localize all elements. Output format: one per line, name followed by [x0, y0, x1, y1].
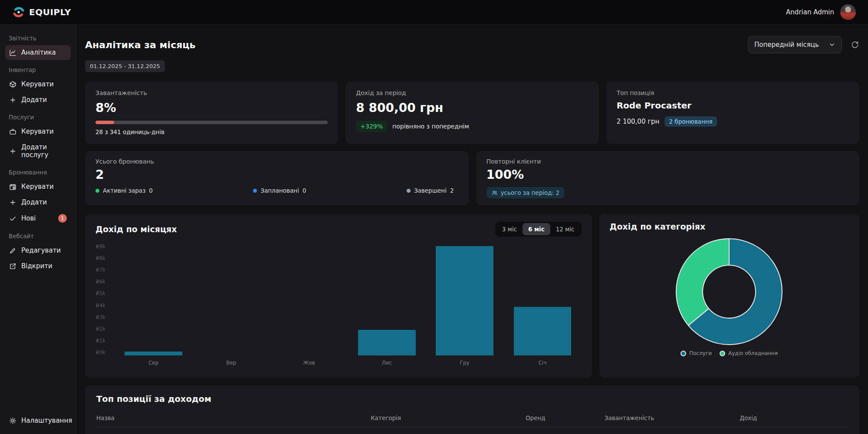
user-menu[interactable]: Andrian Admin	[786, 4, 856, 20]
sidebar-item-bookings-manage[interactable]: Керувати	[5, 179, 71, 194]
sidebar-item-inventory-add[interactable]: Додати	[5, 92, 71, 107]
bar-dec[interactable]	[436, 246, 493, 355]
legend-label: Завершені	[414, 187, 447, 194]
utilization-sub: 28 з 341 одиниць-днів	[95, 128, 328, 135]
sidebar-item-analytics[interactable]: Аналітика	[5, 45, 71, 60]
legend-audio-equipment: Аудіо обладнання	[720, 350, 778, 356]
donut-legend: Послуги Аудіо обладнання	[610, 350, 849, 356]
sidebar-item-label: Нові	[21, 214, 36, 222]
teal-dot-icon	[681, 351, 686, 356]
range-tabs: 3 міс 6 міс 12 міс	[495, 222, 582, 237]
sidebar-section-bookings: Бронювання	[9, 169, 67, 176]
sidebar-item-settings[interactable]: Налаштування	[5, 413, 71, 428]
topbar: EQUIPLY Andrian Admin	[0, 0, 868, 25]
sidebar-item-label: Редагувати	[21, 247, 61, 254]
top-item-bookings-badge: 2 бронювання	[664, 116, 717, 127]
sidebar-item-label: Керувати	[21, 80, 54, 88]
repeat-clients-badge: усього за період: 2	[487, 187, 565, 198]
utilization-progress	[95, 121, 328, 124]
legend-label: Послуги	[689, 350, 712, 356]
card-label: Повторні клієнти	[487, 158, 849, 165]
item-rents: 2	[526, 427, 605, 434]
new-bookings-badge: 1	[58, 214, 67, 223]
refresh-button[interactable]	[851, 40, 859, 49]
avatar[interactable]	[840, 4, 856, 20]
donut-chart	[675, 237, 783, 346]
people-icon	[491, 190, 498, 196]
user-name: Andrian Admin	[786, 8, 834, 16]
external-link-icon	[9, 263, 16, 270]
bookings-legend-finished: Завершені 2	[407, 187, 454, 194]
blue-dot-icon	[253, 189, 257, 193]
sidebar-item-bookings-add[interactable]: Додати	[5, 195, 71, 210]
legend-label: Аудіо обладнання	[728, 350, 778, 356]
briefcase-icon	[9, 128, 16, 135]
sidebar-item-website-open[interactable]: Відкрити	[5, 259, 71, 273]
sidebar-item-label: Додати	[21, 96, 47, 104]
top-item-price: 2 100,00 грн	[617, 118, 660, 125]
item-category: Аудіо обладнання	[371, 427, 526, 434]
plus-icon	[9, 199, 16, 206]
sidebar-item-label: Додати послугу	[21, 143, 67, 159]
legend-services: Послуги	[681, 350, 712, 356]
sidebar-item-label: Керувати	[21, 183, 54, 191]
period-select[interactable]: Попередній місяць	[748, 36, 842, 53]
revenue-value: 8 800,00 грн	[356, 101, 588, 115]
sidebar-item-services-add[interactable]: Додати послугу	[5, 140, 71, 162]
bar-jan[interactable]	[514, 307, 572, 355]
card-label: Топ позиція	[617, 89, 849, 96]
card-label: Дохід за період	[356, 89, 588, 96]
sidebar-section-services: Послуги	[9, 114, 67, 121]
bar-chart-title: Дохід по місяцях	[95, 224, 177, 234]
revenue-by-month-card: Дохід по місяцях 3 міс 6 міс 12 міс ₴9k …	[85, 214, 592, 378]
table-header-row: Назва Категорія Оренд Завантаженість Дох…	[96, 410, 848, 427]
sidebar-item-bookings-new[interactable]: Нові 1	[5, 210, 71, 226]
card-label: Усього бронювань	[95, 158, 458, 165]
calendar-clock-icon	[9, 183, 16, 191]
bookings-value: 2	[95, 168, 458, 182]
legend-value: 2	[450, 187, 454, 194]
bar-aug[interactable]	[125, 352, 182, 355]
bar-chart: ₴9k ₴8k ₴7k ₴6k ₴5k ₴4k ₴3k ₴2k ₴1k ₴0k	[95, 243, 582, 355]
sidebar-item-inventory-manage[interactable]: Керувати	[5, 77, 71, 92]
refresh-icon	[851, 40, 859, 49]
gear-icon	[9, 417, 16, 424]
item-revenue: 2 100,00 грн	[740, 427, 848, 434]
brand-name: EQUIPLY	[29, 7, 71, 17]
tab-3-months[interactable]: 3 міс	[496, 223, 523, 235]
badge-label: усього за період: 2	[501, 189, 560, 196]
item-name: Rode Procaster	[96, 427, 371, 434]
sidebar-item-website-edit[interactable]: Редагувати	[5, 243, 71, 258]
utilization-progress-fill	[95, 121, 114, 124]
brand: EQUIPLY	[12, 6, 71, 19]
tab-6-months[interactable]: 6 міс	[523, 223, 550, 235]
legend-label: Активні зараз	[103, 187, 145, 194]
date-range-chip: 01.12.2025 - 31.12.2025	[85, 60, 165, 72]
line-chart-icon	[9, 49, 16, 56]
sidebar-item-services-manage[interactable]: Керувати	[5, 124, 71, 139]
legend-value: 0	[302, 187, 306, 194]
top-item-card: Топ позиція Rode Procaster 2 100,00 грн …	[606, 82, 859, 144]
x-axis-labels: Сер Вер Жов Лис Гру Січ	[115, 360, 582, 366]
bar-nov[interactable]	[358, 330, 416, 355]
legend-value: 0	[149, 187, 153, 194]
bookings-legend-active: Активні зараз 0	[95, 187, 153, 194]
table-row[interactable]: Rode Procaster Аудіо обладнання 2 9% 2 1…	[96, 427, 848, 434]
card-label: Завантаженість	[95, 89, 328, 96]
sidebar-item-label: Відкрити	[21, 262, 53, 270]
tab-12-months[interactable]: 12 міс	[550, 223, 580, 235]
table-title: Топ позиції за доходом	[96, 394, 848, 404]
revenue-by-category-card: Дохід по категоріях Послуги Аудіо обладн…	[599, 214, 859, 378]
bar-plot	[115, 243, 582, 355]
y-axis-labels: ₴9k ₴8k ₴7k ₴6k ₴5k ₴4k ₴3k ₴2k ₴1k ₴0k	[95, 243, 115, 355]
check-icon	[9, 215, 16, 222]
plus-icon	[9, 148, 16, 155]
chevron-down-icon	[829, 41, 835, 48]
top-item-name: Rode Procaster	[617, 100, 849, 111]
page-title: Аналітика за місяць	[85, 39, 196, 50]
bookings-legend-planned: Заплановані 0	[253, 187, 306, 194]
box-icon	[9, 81, 16, 88]
repeat-clients-value: 100%	[487, 168, 849, 182]
repeat-clients-card: Повторні клієнти 100% усього за період: …	[476, 151, 860, 205]
donut-chart-title: Дохід по категоріях	[610, 222, 849, 231]
